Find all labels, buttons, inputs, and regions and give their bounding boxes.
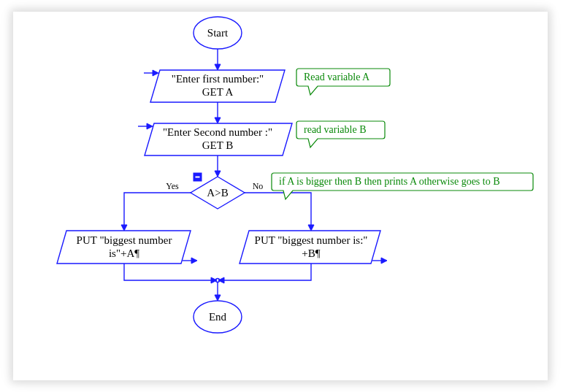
arrow-a-to-join	[124, 264, 217, 283]
svg-marker-17	[308, 225, 314, 231]
arrow-a-to-b	[215, 102, 221, 123]
callout-read-a: Read variable A	[296, 69, 390, 95]
output-a-node: PUT "biggest number is"+A¶	[57, 231, 197, 264]
svg-marker-10	[147, 123, 153, 129]
input-a-line2: GET A	[202, 86, 234, 98]
callout-read-b-text: read variable B	[304, 124, 367, 135]
arrow-start-to-a	[215, 49, 221, 70]
input-b-line2: GET B	[202, 139, 234, 151]
start-label: Start	[207, 27, 229, 39]
input-a-inarrow-icon	[144, 70, 158, 76]
output-b-node: PUT "biggest number is:" +B¶	[240, 231, 387, 264]
no-label: No	[253, 181, 264, 191]
input-b-line1: "Enter Second number :"	[163, 126, 272, 138]
input-b-inarrow-icon	[138, 123, 153, 129]
output-a-line2: is"+A¶	[109, 247, 139, 259]
svg-marker-16	[121, 225, 127, 231]
output-b-line2: +B¶	[302, 247, 320, 259]
input-a-node: "Enter first number:" GET A	[144, 70, 285, 102]
svg-marker-5	[153, 70, 158, 76]
decision-node: A>B	[191, 173, 245, 209]
callout-decision-text: if A is bigger then B then prints A othe…	[279, 176, 500, 187]
start-node: Start	[194, 17, 242, 49]
callout-read-a-text: Read variable A	[304, 72, 370, 82]
svg-marker-7	[215, 118, 221, 123]
output-a-line1: PUT "biggest number	[77, 234, 172, 246]
yes-label: Yes	[166, 181, 179, 191]
end-node: End	[194, 301, 242, 333]
yes-branch-arrow: Yes	[121, 181, 191, 231]
svg-marker-20	[191, 258, 197, 264]
arrow-b-to-decision	[215, 155, 221, 177]
arrow-b-to-join	[218, 264, 311, 283]
flowchart-canvas: Start "Enter first number:" GET A Read v…	[13, 12, 548, 380]
svg-marker-12	[215, 171, 221, 177]
output-b-line1: PUT "biggest number is:"	[255, 234, 368, 246]
arrow-join-to-end	[215, 282, 221, 301]
decision-text: A>B	[207, 187, 228, 199]
svg-marker-23	[381, 258, 387, 264]
svg-marker-2	[215, 64, 221, 70]
input-a-line1: "Enter first number:"	[172, 73, 264, 85]
output-a-outarrow-icon	[183, 258, 197, 264]
output-b-outarrow-icon	[372, 258, 387, 264]
end-label: End	[209, 311, 227, 323]
callout-read-b: read variable B	[296, 121, 385, 147]
svg-rect-15	[196, 177, 200, 178]
input-b-node: "Enter Second number :" GET B	[138, 123, 292, 155]
svg-marker-28	[215, 295, 221, 301]
